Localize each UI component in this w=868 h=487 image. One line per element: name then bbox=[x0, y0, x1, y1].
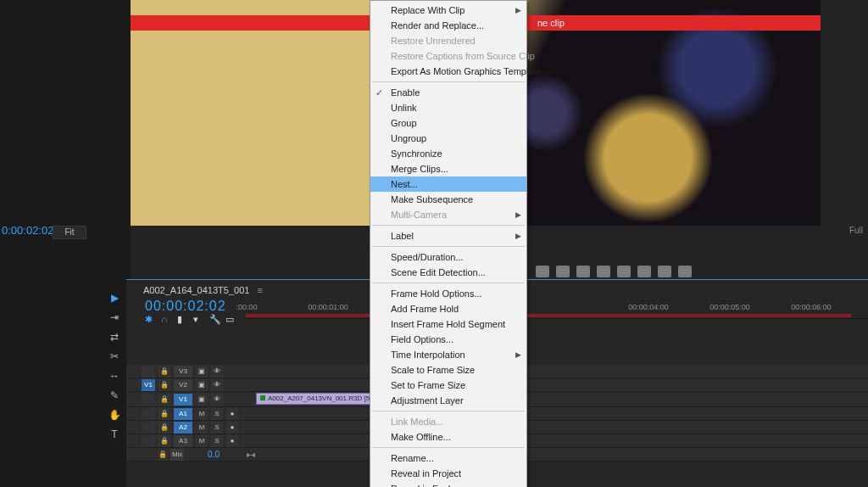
menu-item[interactable]: Rename... bbox=[370, 451, 526, 466]
menu-item[interactable]: Frame Hold Options... bbox=[370, 286, 526, 301]
menu-item[interactable]: Adjustment Layer bbox=[370, 393, 526, 408]
menu-item[interactable]: Make Subsequence bbox=[370, 192, 526, 207]
menu-item[interactable]: Reveal in Project bbox=[370, 466, 526, 481]
source-patch[interactable] bbox=[142, 366, 155, 378]
extract-icon[interactable] bbox=[658, 266, 671, 277]
menu-item[interactable]: Nest... bbox=[370, 176, 526, 192]
solo-icon[interactable]: S bbox=[211, 435, 223, 447]
ripple-edit-tool[interactable]: ⇄ bbox=[107, 329, 122, 344]
menu-item[interactable]: Speed/Duration... bbox=[370, 249, 526, 265]
caption-icon[interactable]: ▭ bbox=[225, 314, 236, 324]
menu-item[interactable]: Render and Replace... bbox=[370, 18, 526, 33]
track-label[interactable]: V1 bbox=[174, 394, 192, 406]
selection-tool[interactable]: ▶ bbox=[107, 290, 122, 305]
source-patch[interactable]: V1 bbox=[142, 379, 155, 391]
menu-item[interactable]: Enable✓ bbox=[370, 85, 526, 100]
menu-item[interactable]: Insert Frame Hold Segment bbox=[370, 316, 526, 332]
timeline-timecode[interactable]: 00:00:02:02 bbox=[145, 299, 226, 314]
mark-out-icon[interactable] bbox=[556, 266, 570, 277]
mark-in-icon[interactable] bbox=[536, 266, 549, 277]
menu-item[interactable]: Merge Clips... bbox=[370, 161, 526, 176]
eye-icon[interactable]: 👁 bbox=[211, 379, 223, 391]
zoom-select[interactable]: Fit bbox=[53, 226, 86, 239]
lock-icon[interactable]: 🔒 bbox=[159, 422, 170, 434]
close-icon[interactable]: ≡ bbox=[257, 285, 262, 295]
marker-icon[interactable] bbox=[576, 266, 590, 277]
menu-item[interactable]: Ungroup bbox=[370, 131, 526, 146]
menu-item[interactable]: Set to Frame Size bbox=[370, 378, 526, 393]
source-patch[interactable] bbox=[142, 435, 155, 447]
mic-icon[interactable]: ● bbox=[226, 408, 238, 420]
mic-icon[interactable]: ● bbox=[226, 435, 238, 447]
snap-icon[interactable]: ✱ bbox=[145, 314, 155, 324]
menu-item[interactable]: Replace With Clip▶ bbox=[370, 3, 526, 18]
lock-icon[interactable]: 🔒 bbox=[159, 394, 170, 406]
source-patch[interactable] bbox=[142, 408, 155, 420]
menu-item[interactable]: Add Frame Hold bbox=[370, 301, 526, 316]
lock-icon[interactable]: 🔒 bbox=[159, 366, 170, 378]
menu-item[interactable]: Scene Edit Detection... bbox=[370, 265, 526, 280]
hand-tool[interactable]: ✋ bbox=[107, 407, 122, 423]
track-select-tool[interactable]: ⇥ bbox=[107, 310, 122, 325]
mix-value[interactable]: 0.0 bbox=[208, 450, 220, 459]
wrench-icon[interactable]: 🔧 bbox=[209, 314, 220, 324]
linked-selection-icon[interactable]: ∩ bbox=[161, 314, 171, 324]
toggle-output-icon[interactable]: ▣ bbox=[196, 366, 208, 378]
menu-item[interactable]: Time Interpolation▶ bbox=[370, 347, 526, 362]
camera-icon[interactable] bbox=[597, 266, 610, 277]
lock-icon[interactable]: 🔒 bbox=[159, 435, 170, 447]
sequence-tab[interactable]: A002_A164_0413T5_001 ≡ bbox=[143, 285, 263, 295]
menu-item[interactable]: Export As Motion Graphics Template... bbox=[370, 64, 526, 79]
menu-item[interactable]: Group bbox=[370, 115, 526, 131]
keyframe-icon[interactable]: ▸◂ bbox=[247, 450, 255, 459]
mute-icon[interactable]: M bbox=[196, 422, 208, 434]
mute-icon[interactable]: M bbox=[196, 435, 208, 447]
lift-icon[interactable] bbox=[637, 266, 651, 277]
clip-label: A002_A207_0413VN_001.R3D [50%] bbox=[268, 395, 381, 402]
toggle-output-icon[interactable]: ▣ bbox=[196, 394, 208, 406]
menu-item[interactable]: Unlink bbox=[370, 100, 526, 115]
mute-icon[interactable]: M bbox=[196, 408, 208, 420]
solo-icon[interactable]: S bbox=[211, 408, 223, 420]
mic-icon[interactable]: ● bbox=[226, 422, 238, 434]
source-patch[interactable] bbox=[142, 422, 155, 434]
track-label[interactable]: A3 bbox=[174, 435, 192, 447]
lock-icon[interactable]: 🔒 bbox=[159, 449, 167, 461]
resolution-select[interactable]: Full bbox=[849, 226, 863, 235]
source-timecode[interactable]: 0:00:02:02 bbox=[2, 224, 53, 237]
work-area-bar[interactable] bbox=[246, 314, 851, 317]
track-label[interactable]: V3 bbox=[174, 366, 192, 378]
lock-icon[interactable]: 🔒 bbox=[159, 408, 170, 420]
sequence-name: A002_A164_0413T5_001 bbox=[143, 285, 249, 295]
source-patch bbox=[142, 449, 155, 461]
track-label[interactable]: A1 bbox=[174, 408, 192, 420]
menu-item[interactable]: Synchronize bbox=[370, 146, 526, 161]
track-label[interactable]: V2 bbox=[174, 379, 192, 391]
menu-item[interactable]: Label▶ bbox=[370, 228, 526, 244]
menu-item: Restore Captions from Source Clip bbox=[370, 48, 526, 64]
timeline-tools: ▶ ⇥ ⇄ ✂ ↔ ✎ ✋ T bbox=[107, 290, 124, 442]
menu-item: Link Media... bbox=[370, 414, 526, 429]
type-tool[interactable]: T bbox=[107, 427, 122, 442]
pen-tool[interactable]: ✎ bbox=[107, 388, 122, 403]
slip-tool[interactable]: ↔ bbox=[107, 368, 122, 383]
razor-tool[interactable]: ✂ bbox=[107, 349, 122, 364]
eye-icon[interactable]: 👁 bbox=[211, 366, 223, 378]
lock-icon[interactable]: 🔒 bbox=[159, 379, 170, 391]
export-frame-icon[interactable] bbox=[617, 266, 631, 277]
ruler-tick: 00:00:05:00 bbox=[709, 303, 750, 311]
settings-icon[interactable] bbox=[678, 266, 692, 277]
track-label[interactable]: A2 bbox=[174, 422, 192, 434]
menu-item[interactable]: Field Options... bbox=[370, 332, 526, 347]
eye-icon[interactable]: 👁 bbox=[211, 394, 223, 406]
settings-toggle-icon[interactable]: ▾ bbox=[193, 314, 203, 324]
source-patch[interactable] bbox=[142, 394, 155, 406]
toggle-output-icon[interactable]: ▣ bbox=[196, 379, 208, 391]
menu-item[interactable]: Reveal in Explorer... bbox=[370, 481, 526, 487]
solo-icon[interactable]: S bbox=[211, 422, 223, 434]
menu-item[interactable]: Scale to Frame Size bbox=[370, 362, 526, 378]
fx-badge bbox=[260, 395, 265, 400]
menu-separator bbox=[372, 225, 525, 226]
marker-add-icon[interactable]: ▮ bbox=[177, 314, 187, 324]
menu-item[interactable]: Make Offline... bbox=[370, 429, 526, 445]
